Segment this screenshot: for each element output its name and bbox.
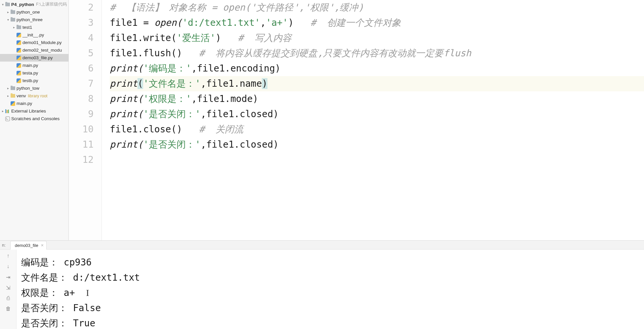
project-root-path: F:\上课班级代码 <box>36 2 67 7</box>
tree-item[interactable]: ▸venvlibrary root <box>0 92 68 100</box>
tree-item-label: demo02_test_modu <box>22 48 62 53</box>
tree-item-label: main.py <box>17 101 32 106</box>
code-line[interactable] <box>110 152 644 167</box>
tree-item-label: test1 <box>22 25 32 30</box>
line-number: 2 <box>69 0 94 15</box>
code-line[interactable]: file1 = open('d:/text1.txt','a+') # 创建一个… <box>110 15 644 30</box>
tree-item[interactable]: ▸testb.py <box>0 77 68 84</box>
line-number: 6 <box>69 61 94 76</box>
trash-icon[interactable]: 🗑 <box>5 305 12 312</box>
scroll-to-end-icon[interactable]: ⇲ <box>5 284 12 291</box>
folder-icon <box>11 10 15 14</box>
console-line: 编码是： cp936 <box>21 255 644 270</box>
code-line[interactable]: print('文件名是：',file1.name) <box>110 76 644 91</box>
tree-item[interactable]: ▸demo03_file.py <box>0 54 68 62</box>
run-tab-label: demo03_file <box>15 243 38 248</box>
folder-icon <box>11 18 15 22</box>
tree-item[interactable]: ▸Scratches and Consoles <box>0 115 68 122</box>
code-line[interactable]: print('是否关闭：',file1.closed) <box>110 107 644 122</box>
code-line[interactable]: # 【语法】 对象名称 = open('文件路径','权限',缓冲) <box>110 0 644 15</box>
code-line[interactable]: print('是否关闭：',file1.closed) <box>110 137 644 152</box>
code-line[interactable]: file1.write('爱生活') # 写入内容 <box>110 30 644 46</box>
text-cursor-icon: I <box>86 288 89 298</box>
tree-item-label: venv <box>17 93 26 98</box>
project-root-label: P4_python <box>11 2 34 7</box>
tree-item[interactable]: ▸External Libraries <box>0 107 68 115</box>
soft-wrap-icon[interactable]: ⇥ <box>5 273 12 281</box>
python-file-icon <box>17 71 21 75</box>
line-number: 11 <box>69 137 94 152</box>
line-number: 3 <box>69 15 94 30</box>
tree-item[interactable]: ▸testa.py <box>0 69 68 77</box>
tree-item[interactable]: ▾python_three <box>0 16 68 24</box>
tree-item-label: testb.py <box>22 78 38 83</box>
tree-item-label: main.py <box>22 63 38 68</box>
code-line[interactable]: print('编码是：',file1.encoding) <box>110 61 644 76</box>
editor-code-area[interactable]: # 【语法】 对象名称 = open('文件路径','权限',缓冲)file1 … <box>102 0 644 240</box>
tree-item-label: python_three <box>17 17 43 22</box>
python-file-icon <box>17 63 21 68</box>
folder-icon <box>11 94 15 98</box>
tree-item[interactable]: ▸demo01_Module.py <box>0 39 68 46</box>
chevron-down-icon[interactable]: ▾ <box>6 18 10 22</box>
run-panel-label: n: <box>2 243 6 248</box>
tree-item[interactable]: ▸python_tow <box>0 84 68 92</box>
tree-item[interactable]: ▸__init__.py <box>0 31 68 39</box>
python-file-icon <box>17 48 21 53</box>
editor-gutter: 23456789101112 <box>69 0 102 240</box>
console-toolbar: ↑ ↓ ⇥ ⇲ ⎙ 🗑 <box>0 250 17 329</box>
project-root[interactable]: ▾ P4_python F:\上课班级代码 <box>0 1 68 8</box>
library-icon <box>5 109 10 113</box>
line-number: 4 <box>69 30 94 46</box>
project-tree[interactable]: ▾ P4_python F:\上课班级代码 ▸python_one▾python… <box>0 0 69 240</box>
scroll-down-icon[interactable]: ↓ <box>5 263 12 270</box>
code-line[interactable]: file1.flush() # 将内容从缓存提交到硬盘,只要文件内容有改动就一定… <box>110 46 644 61</box>
chevron-right-icon[interactable]: ▸ <box>6 94 10 98</box>
python-file-icon <box>17 40 21 45</box>
code-line[interactable]: print('权限是：',file1.mode) <box>110 91 644 107</box>
tree-item-label: Scratches and Consoles <box>11 116 60 121</box>
tree-item-label: demo01_Module.py <box>22 40 62 45</box>
tree-item[interactable]: ▸main.py <box>0 62 68 69</box>
console-line: 是否关闭： False <box>21 301 644 316</box>
python-file-icon <box>11 101 15 106</box>
folder-icon <box>5 3 10 6</box>
python-file-icon <box>17 56 21 60</box>
line-number: 7 <box>69 76 94 91</box>
folder-icon <box>11 86 15 90</box>
scroll-up-icon[interactable]: ↑ <box>5 252 12 259</box>
line-number: 12 <box>69 152 94 167</box>
tree-item-label: python_one <box>17 10 40 15</box>
chevron-right-icon[interactable]: ▸ <box>6 10 10 14</box>
line-number: 5 <box>69 46 94 61</box>
chevron-right-icon[interactable]: ▸ <box>6 86 10 90</box>
tree-item[interactable]: ▸test1 <box>0 24 68 31</box>
console-line: 是否关闭： True <box>21 316 644 329</box>
print-icon[interactable]: ⎙ <box>5 295 12 302</box>
line-number: 10 <box>69 122 94 137</box>
tree-item[interactable]: ▸python_one <box>0 8 68 16</box>
console-line: 文件名是： d:/text1.txt <box>21 270 644 285</box>
tree-item[interactable]: ▸main.py <box>0 100 68 107</box>
tree-item-label: testa.py <box>22 70 38 75</box>
chevron-down-icon: ▾ <box>1 3 5 6</box>
tree-item-label: python_tow <box>17 86 39 91</box>
tree-item-label: External Libraries <box>11 109 46 114</box>
run-tab-bar: n: demo03_file × <box>0 241 644 250</box>
chevron-right-icon[interactable]: ▸ <box>12 25 16 29</box>
console-output[interactable]: 编码是： cp936文件名是： d:/text1.txt权限是： a+ I是否关… <box>17 250 644 329</box>
tree-item[interactable]: ▸demo02_test_modu <box>0 46 68 54</box>
code-editor[interactable]: 23456789101112 # 【语法】 对象名称 = open('文件路径'… <box>69 0 644 240</box>
tree-item-hint: library root <box>28 94 48 98</box>
line-number: 9 <box>69 107 94 122</box>
run-tab[interactable]: demo03_file × <box>10 241 47 250</box>
chevron-right-icon[interactable]: ▸ <box>1 109 5 113</box>
folder-icon <box>17 25 21 29</box>
close-icon[interactable]: × <box>41 243 44 248</box>
tree-item-label: demo03_file.py <box>22 55 53 60</box>
python-file-icon <box>17 33 21 37</box>
code-line[interactable]: file1.close() # 关闭流 <box>110 122 644 137</box>
line-number: 8 <box>69 91 94 107</box>
console-line: 权限是： a+ I <box>21 285 644 301</box>
tree-item-label: __init__.py <box>22 32 44 37</box>
